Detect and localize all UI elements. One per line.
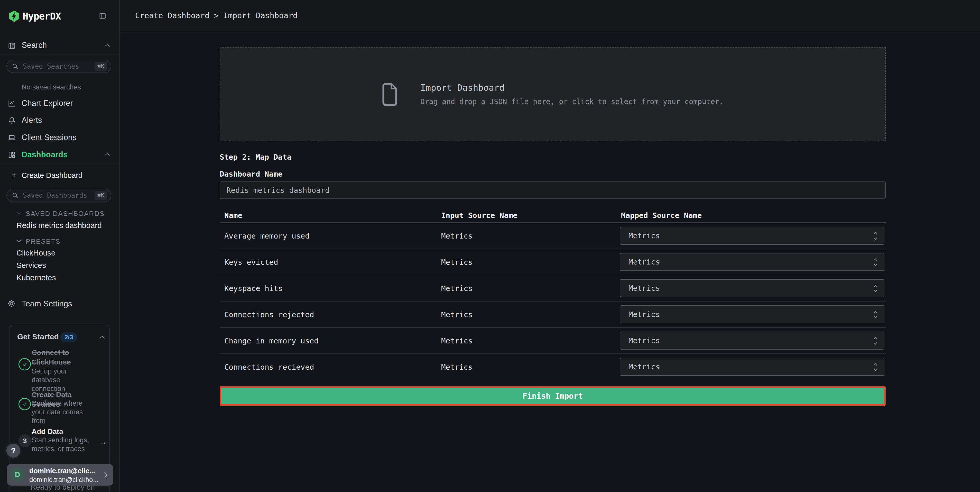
sidebar-item-client-sessions[interactable]: Client Sessions [22, 133, 76, 142]
search-section-icon [8, 41, 16, 50]
mapping-table: Name Input Source Name Mapped Source Nam… [220, 209, 886, 380]
divider [0, 163, 119, 164]
get-started-item-title[interactable]: Connect to ClickHouse [32, 348, 96, 367]
row-input-source: Metrics [441, 354, 473, 380]
mapped-source-select[interactable]: Metrics [620, 306, 885, 323]
col-header-input-source: Input Source Name [441, 209, 517, 222]
dropzone-title: Import Dashboard [420, 83, 724, 93]
get-started-item-title[interactable]: Add Data [32, 427, 96, 436]
mapped-source-select[interactable]: Metrics [620, 358, 885, 376]
select-value: Metrics [628, 253, 660, 271]
select-value: Metrics [628, 227, 660, 244]
row-input-source: Metrics [441, 301, 473, 328]
alerts-bell-icon [8, 116, 16, 124]
dashboard-name-input[interactable] [220, 182, 886, 199]
search-chevron-up-icon[interactable] [104, 43, 110, 48]
get-started-progress-badge: 2/3 [60, 332, 77, 342]
saved-searches-input[interactable] [22, 62, 95, 70]
row-name: Change in memory used [224, 328, 319, 354]
presets-group-label[interactable]: PRESETS [26, 237, 60, 245]
preset-item-services[interactable]: Services [16, 261, 46, 270]
preset-item-clickhouse[interactable]: ClickHouse [16, 248, 56, 257]
no-saved-searches-text: No saved searches [22, 83, 81, 91]
top-bar: Create Dashboard > Import Dashboard [120, 0, 980, 31]
saved-dashboard-item[interactable]: Redis metrics dashboard [16, 221, 102, 230]
select-chevrons-icon [873, 309, 878, 320]
get-started-chevron-up-icon[interactable] [99, 335, 106, 339]
group-chevron-down-icon[interactable] [16, 239, 22, 243]
col-header-mapped-source: Mapped Source Name [621, 209, 702, 222]
select-chevrons-icon [873, 362, 878, 372]
table-row: Connections recieved Metrics Metrics [220, 354, 886, 380]
hyperdx-logo-icon [8, 10, 20, 22]
row-name: Connections rejected [224, 301, 314, 328]
breadcrumb-separator: > [214, 11, 223, 20]
dropzone-subtitle: Drag and drop a JSON file here, or click… [420, 97, 724, 106]
breadcrumb: Create Dashboard > Import Dashboard [135, 0, 298, 31]
mapped-source-select[interactable]: Metrics [620, 279, 885, 297]
sidebar: HyperDX Search ⌘K No saved searches [0, 0, 120, 492]
row-input-source: Metrics [441, 275, 473, 301]
mapped-source-select[interactable]: Metrics [620, 253, 885, 271]
help-button[interactable]: ? [6, 444, 20, 457]
user-email: dominic.tran@clickho... [29, 476, 99, 484]
select-value: Metrics [628, 280, 660, 297]
row-name: Keyspace hits [224, 275, 283, 301]
get-started-item-desc: Configure where your data comes from [32, 399, 93, 425]
app-title: HyperDX [22, 11, 61, 22]
dashboard-name-label: Dashboard Name [220, 170, 282, 178]
group-chevron-down-icon[interactable] [16, 211, 22, 215]
saved-searches-searchbox[interactable]: ⌘K [6, 60, 111, 73]
get-started-title: Get Started [17, 332, 59, 341]
step-label: Step 2: Map Data [220, 153, 291, 161]
sidebar-item-alerts[interactable]: Alerts [22, 116, 42, 125]
select-chevrons-icon [873, 257, 878, 267]
sidebar-item-chart-explorer[interactable]: Chart Explorer [22, 99, 73, 108]
select-value: Metrics [628, 306, 660, 323]
step-number-badge: 3 [19, 435, 31, 447]
breadcrumb-import-dashboard: Import Dashboard [223, 11, 298, 20]
finish-import-button[interactable]: Finish Import [220, 386, 886, 406]
check-circle-icon [19, 398, 31, 410]
dashboards-icon [8, 151, 16, 159]
table-row: Average memory used Metrics Metrics [220, 223, 886, 249]
create-dashboard-button[interactable]: Create Dashboard [22, 171, 83, 180]
plus-icon: + [11, 170, 17, 180]
gear-icon [7, 299, 16, 308]
row-name: Keys evicted [224, 249, 278, 275]
import-dropzone[interactable]: Import Dashboard Drag and drop a JSON fi… [220, 47, 886, 142]
shortcut-badge: ⌘K [95, 62, 107, 71]
sidebar-collapse-icon[interactable] [99, 12, 107, 20]
main-content: Import Dashboard Drag and drop a JSON fi… [120, 32, 980, 492]
arrow-right-icon[interactable]: → [98, 436, 107, 447]
divider [0, 54, 119, 55]
dashboards-chevron-up-icon[interactable] [104, 152, 110, 157]
sidebar-item-team-settings[interactable]: Team Settings [22, 299, 72, 309]
get-started-item-desc: Start sending logs, metrics, or traces [32, 436, 93, 453]
breadcrumb-create-dashboard[interactable]: Create Dashboard [135, 11, 209, 20]
table-row: Keyspace hits Metrics Metrics [220, 275, 886, 301]
saved-dashboards-searchbox[interactable]: ⌘K [6, 189, 111, 202]
select-chevrons-icon [873, 283, 878, 293]
table-row: Connections rejected Metrics Metrics [220, 301, 886, 328]
row-name: Average memory used [224, 223, 310, 249]
avatar: D [10, 468, 25, 482]
shortcut-badge: ⌘K [95, 191, 107, 200]
select-chevrons-icon [873, 231, 878, 241]
saved-dashboards-group-label[interactable]: SAVED DASHBOARDS [26, 210, 105, 218]
user-account-chip[interactable]: D dominic.tran@clic... dominic.tran@clic… [7, 464, 113, 486]
select-value: Metrics [628, 332, 660, 349]
table-row: Keys evicted Metrics Metrics [220, 249, 886, 275]
row-input-source: Metrics [441, 328, 473, 354]
sidebar-item-search[interactable]: Search [22, 41, 47, 50]
preset-item-kubernetes[interactable]: Kubernetes [16, 273, 56, 282]
sidebar-item-dashboards[interactable]: Dashboards [22, 150, 68, 159]
chart-explorer-icon [8, 99, 16, 107]
select-value: Metrics [628, 358, 660, 375]
mapped-source-select[interactable]: Metrics [620, 331, 885, 350]
select-chevrons-icon [873, 336, 878, 346]
mapped-source-select[interactable]: Metrics [620, 227, 885, 245]
row-input-source: Metrics [441, 223, 473, 249]
row-input-source: Metrics [441, 249, 473, 275]
saved-dashboards-input[interactable] [22, 191, 95, 199]
